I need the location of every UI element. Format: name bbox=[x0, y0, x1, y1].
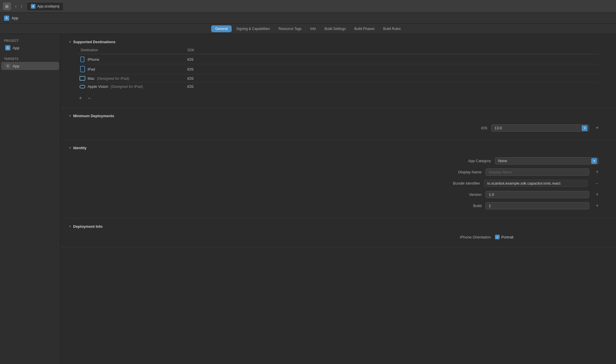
destination-row-mac: Mac (Designed for iPad) iOS bbox=[78, 74, 599, 83]
tab-info[interactable]: Info bbox=[306, 25, 320, 32]
project-section-label: PROJECT bbox=[0, 37, 60, 43]
app-category-select[interactable]: None bbox=[495, 157, 599, 164]
add-remove-destination-buttons: + − bbox=[61, 93, 616, 102]
apple-vision-icon bbox=[80, 85, 85, 88]
ios-label: iOS bbox=[470, 126, 487, 130]
avp-sublabel: (Designed for iPad) bbox=[111, 84, 143, 89]
app-category-row: App Category None ▾ bbox=[61, 155, 616, 166]
nav-back-button[interactable]: ‹ bbox=[13, 3, 18, 10]
ios-deployment-row: iOS 13.0 ▾ + bbox=[61, 122, 616, 134]
destinations-table: Destination SDK iPhone iOS bbox=[78, 48, 599, 90]
app-bar: A App bbox=[0, 13, 616, 24]
ipad-label: iPad bbox=[88, 67, 95, 71]
iphone-orientation-label: iPhone Orientation bbox=[445, 235, 491, 239]
minimum-deployments-chevron[interactable]: ▾ bbox=[69, 114, 71, 118]
destinations-table-header: Destination SDK bbox=[78, 48, 599, 54]
portrait-checkbox[interactable]: ✓ bbox=[495, 235, 500, 239]
deployment-info-chevron[interactable]: ▾ bbox=[69, 225, 71, 228]
add-destination-button[interactable]: + bbox=[78, 96, 83, 101]
minimum-deployments-title: Minimum Deployments bbox=[73, 114, 114, 118]
tab-resource-tags[interactable]: Resource Tags bbox=[275, 25, 306, 32]
project-tab-label: App.xcodeproj bbox=[37, 4, 59, 8]
ipad-sdk: iOS bbox=[187, 67, 245, 71]
bundle-identifier-label: Bundle Identifier bbox=[434, 181, 480, 185]
toolbar: ⊞ ‹ › X App.xcodeproj bbox=[0, 0, 616, 13]
version-plus-button[interactable]: + bbox=[596, 192, 599, 198]
minimum-deployments-header: ▾ Minimum Deployments bbox=[61, 114, 616, 122]
sidebar-separator bbox=[0, 52, 60, 56]
sidebar-item-project-app[interactable]: A App bbox=[1, 44, 59, 52]
add-deployment-button[interactable]: + bbox=[596, 125, 599, 131]
bundle-identifier-arrow-button[interactable]: → bbox=[594, 181, 599, 186]
destination-row-iphone: iPhone iOS bbox=[78, 55, 599, 64]
tab-signing[interactable]: Signing & Capabilities bbox=[232, 25, 274, 32]
deployment-info-section: ▾ Deployment Info iPhone Orientation ✓ P… bbox=[61, 219, 616, 247]
avp-sdk: iOS bbox=[187, 84, 245, 89]
identity-title: Identity bbox=[73, 146, 86, 150]
main-layout: PROJECT A App TARGETS X App ▾ Supported … bbox=[0, 34, 616, 364]
iphone-label: iPhone bbox=[88, 57, 99, 62]
ipad-name-cell: iPad bbox=[78, 66, 187, 72]
supported-destinations-title: Supported Destinations bbox=[73, 40, 116, 44]
tab-build-rules[interactable]: Build Rules bbox=[379, 25, 405, 32]
display-name-row: Display Name + bbox=[61, 166, 616, 178]
iphone-orientation-row: iPhone Orientation ✓ Portrait bbox=[61, 233, 616, 241]
col-header-sdk: SDK bbox=[187, 48, 245, 52]
build-label: Build bbox=[435, 204, 481, 208]
tab-general[interactable]: General bbox=[211, 25, 232, 32]
ios-version-selector: 13.0 ▾ bbox=[491, 124, 589, 132]
mac-label: Mac bbox=[88, 76, 95, 81]
supported-destinations-header: ▾ Supported Destinations bbox=[61, 40, 616, 48]
display-name-input[interactable] bbox=[485, 168, 589, 176]
bundle-identifier-value: io.scanbot.example.sdk.capacitor.ionic.r… bbox=[484, 180, 588, 187]
remove-destination-button[interactable]: − bbox=[87, 96, 92, 101]
tab-build-phases[interactable]: Build Phases bbox=[350, 25, 379, 32]
deployment-info-header: ▾ Deployment Info bbox=[61, 224, 616, 233]
mac-sublabel: (Designed for iPad) bbox=[97, 76, 129, 81]
avp-label: Apple Vision bbox=[88, 84, 108, 89]
project-app-icon: A bbox=[5, 45, 10, 50]
version-input[interactable] bbox=[485, 191, 589, 198]
build-plus-button[interactable]: + bbox=[596, 203, 599, 209]
project-tab[interactable]: X App.xcodeproj bbox=[27, 2, 64, 10]
identity-header: ▾ Identity bbox=[61, 146, 616, 154]
deployment-info-title: Deployment Info bbox=[73, 224, 103, 229]
xcodeproj-icon: X bbox=[31, 4, 35, 9]
col-header-destination: Destination bbox=[78, 48, 187, 52]
build-row: Build + bbox=[61, 200, 616, 211]
destination-row-avp: Apple Vision (Designed for iPad) iOS bbox=[78, 83, 599, 90]
destination-row-ipad: iPad iOS bbox=[78, 64, 599, 74]
identity-form: App Category None ▾ Display Name bbox=[61, 154, 616, 213]
app-category-label: App Category bbox=[445, 159, 491, 163]
project-app-label: App bbox=[13, 46, 19, 50]
build-input[interactable] bbox=[485, 202, 589, 209]
mac-sdk: iOS bbox=[187, 76, 245, 81]
tab-build-settings[interactable]: Build Settings bbox=[321, 25, 350, 32]
version-label: Version bbox=[435, 192, 481, 197]
app-category-select-wrapper: None ▾ bbox=[495, 157, 599, 164]
nav-buttons: ‹ › bbox=[13, 3, 24, 10]
iphone-icon bbox=[80, 56, 85, 62]
ios-version-select[interactable]: 13.0 bbox=[491, 124, 589, 132]
identity-chevron[interactable]: ▾ bbox=[69, 146, 71, 150]
display-name-plus-button[interactable]: + bbox=[596, 169, 599, 175]
content-area: ▾ Supported Destinations Destination SDK… bbox=[61, 34, 616, 364]
nav-forward-button[interactable]: › bbox=[19, 3, 24, 10]
supported-destinations-section: ▾ Supported Destinations Destination SDK… bbox=[61, 34, 616, 108]
iphone-sdk: iOS bbox=[187, 57, 245, 62]
supported-destinations-chevron[interactable]: ▾ bbox=[69, 40, 71, 44]
mac-name-cell: Mac (Designed for iPad) bbox=[78, 76, 187, 81]
bundle-identifier-row: Bundle Identifier io.scanbot.example.sdk… bbox=[61, 178, 616, 189]
target-app-label: App bbox=[13, 64, 19, 68]
display-name-label: Display Name bbox=[435, 170, 481, 174]
ipad-icon bbox=[80, 66, 85, 72]
targets-section-label: TARGETS bbox=[0, 56, 60, 62]
identity-section: ▾ Identity App Category None ▾ bbox=[61, 140, 616, 219]
sidebar: PROJECT A App TARGETS X App bbox=[0, 34, 61, 364]
grid-button[interactable]: ⊞ bbox=[3, 2, 11, 10]
portrait-label: Portrait bbox=[501, 235, 513, 239]
app-icon: A bbox=[4, 16, 9, 21]
target-app-icon: X bbox=[5, 63, 10, 69]
tabs-row: General Signing & Capabilities Resource … bbox=[0, 24, 616, 34]
sidebar-item-target-app[interactable]: X App bbox=[1, 62, 59, 70]
